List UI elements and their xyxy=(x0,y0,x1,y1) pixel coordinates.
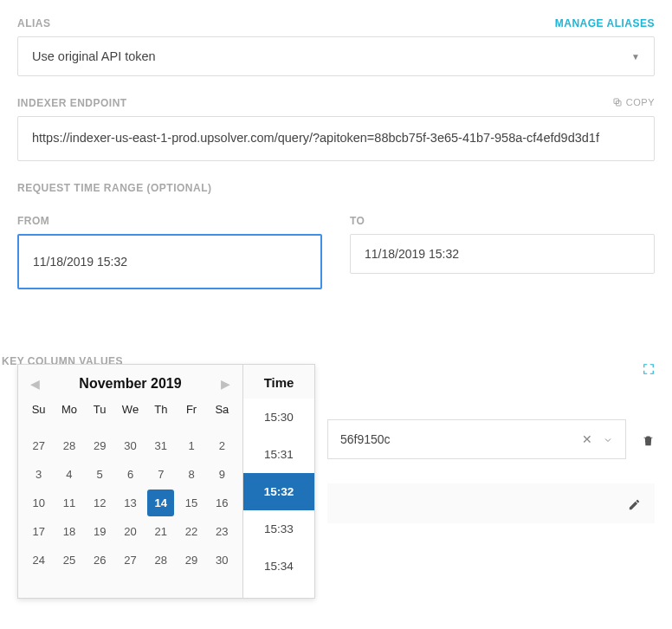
alias-value: Use original API token xyxy=(32,49,156,63)
calendar-dow: We xyxy=(115,399,145,423)
calendar-dow: Fr xyxy=(176,399,206,423)
calendar-day[interactable]: 28 xyxy=(147,547,174,570)
calendar-day[interactable]: 30 xyxy=(117,432,144,459)
calendar-month-title: November 2019 xyxy=(79,376,181,392)
calendar-day[interactable]: 8 xyxy=(178,461,204,488)
calendar-day[interactable]: 31 xyxy=(147,432,174,459)
to-date-input[interactable]: 11/18/2019 15:32 xyxy=(350,234,655,274)
indexer-endpoint-label: INDEXER ENDPOINT xyxy=(17,97,655,109)
copy-label: COPY xyxy=(626,97,655,107)
time-panel: Time 15:3015:3115:3215:3315:34 xyxy=(243,365,314,570)
calendar-day[interactable]: 15 xyxy=(178,490,204,516)
date-time-picker: ◀ November 2019 ▶ SuMoTuWeThFrSa 2728293… xyxy=(17,364,315,570)
calendar-day[interactable]: 23 xyxy=(209,518,236,545)
time-option[interactable]: 15:30 xyxy=(243,399,314,436)
calendar-day[interactable]: 3 xyxy=(25,461,52,488)
calendar-day[interactable]: 14 xyxy=(147,490,174,516)
calendar-dow: Su xyxy=(23,399,54,423)
calendar-day[interactable]: 27 xyxy=(117,547,144,570)
calendar-day[interactable]: 10 xyxy=(25,490,52,516)
calendar-day[interactable]: 12 xyxy=(87,490,113,516)
calendar-dow: Tu xyxy=(85,399,115,423)
calendar-day[interactable]: 13 xyxy=(117,490,144,516)
edit-row xyxy=(327,483,655,523)
calendar-day[interactable]: 18 xyxy=(55,518,82,545)
calendar-day[interactable]: 26 xyxy=(87,547,113,570)
time-header: Time xyxy=(243,365,314,399)
copy-button[interactable]: COPY xyxy=(612,97,655,107)
calendar-day[interactable]: 7 xyxy=(147,461,174,488)
calendar-day[interactable]: 28 xyxy=(55,432,82,459)
value-dropdown-button[interactable] xyxy=(603,432,613,446)
calendar-day[interactable]: 20 xyxy=(117,518,144,545)
edit-button[interactable] xyxy=(628,496,641,511)
calendar-dow: Mo xyxy=(54,399,84,423)
to-label: TO xyxy=(350,215,655,227)
from-date-input[interactable]: 11/18/2019 15:32 xyxy=(17,234,322,289)
time-option[interactable]: 15:31 xyxy=(243,436,314,473)
calendar-day[interactable]: 2 xyxy=(209,432,236,459)
calendar-day[interactable]: 1 xyxy=(178,432,204,459)
calendar-day[interactable]: 4 xyxy=(55,461,82,488)
manage-aliases-link[interactable]: MANAGE ALIASES xyxy=(555,17,655,29)
calendar-day[interactable]: 11 xyxy=(55,490,82,516)
calendar-day[interactable]: 21 xyxy=(147,518,174,545)
calendar-day[interactable]: 5 xyxy=(87,461,113,488)
expand-icon[interactable] xyxy=(643,362,655,374)
calendar-day[interactable]: 30 xyxy=(209,547,236,570)
key-value-text: 56f9150c xyxy=(340,432,391,446)
from-label: FROM xyxy=(17,215,322,227)
next-month-button[interactable]: ▶ xyxy=(216,373,236,394)
time-option[interactable]: 15:32 xyxy=(243,473,314,510)
calendar-day[interactable]: 19 xyxy=(87,518,113,545)
calendar-day[interactable]: 6 xyxy=(117,461,144,488)
calendar-day[interactable]: 16 xyxy=(209,490,236,516)
chevron-down-icon: ▼ xyxy=(631,52,640,62)
time-option[interactable]: 15:34 xyxy=(243,548,314,570)
calendar-day[interactable]: 22 xyxy=(178,518,204,545)
calendar-day[interactable]: 9 xyxy=(209,461,236,488)
calendar-day[interactable]: 24 xyxy=(25,547,52,570)
indexer-endpoint-value: https://indexer-us-east-1-prod.upsolver.… xyxy=(17,116,655,161)
prev-month-button[interactable]: ◀ xyxy=(25,373,45,394)
calendar-day[interactable]: 27 xyxy=(25,432,52,459)
calendar-day[interactable]: 29 xyxy=(87,432,113,459)
calendar-dow: Th xyxy=(145,399,176,423)
alias-select[interactable]: Use original API token ▼ xyxy=(17,36,655,76)
calendar: ◀ November 2019 ▶ SuMoTuWeThFrSa 2728293… xyxy=(18,365,243,570)
calendar-day[interactable]: 25 xyxy=(55,547,82,570)
clear-value-button[interactable]: ✕ xyxy=(582,432,592,446)
time-option[interactable]: 15:33 xyxy=(243,510,314,548)
calendar-day[interactable]: 17 xyxy=(25,518,52,545)
calendar-dow: Sa xyxy=(207,399,237,423)
copy-icon xyxy=(612,97,623,107)
delete-row-button[interactable] xyxy=(642,431,655,447)
key-value-input[interactable]: 56f9150c ✕ xyxy=(327,419,626,459)
calendar-day[interactable]: 29 xyxy=(178,547,204,570)
request-time-range-label: REQUEST TIME RANGE (OPTIONAL) xyxy=(17,182,655,194)
